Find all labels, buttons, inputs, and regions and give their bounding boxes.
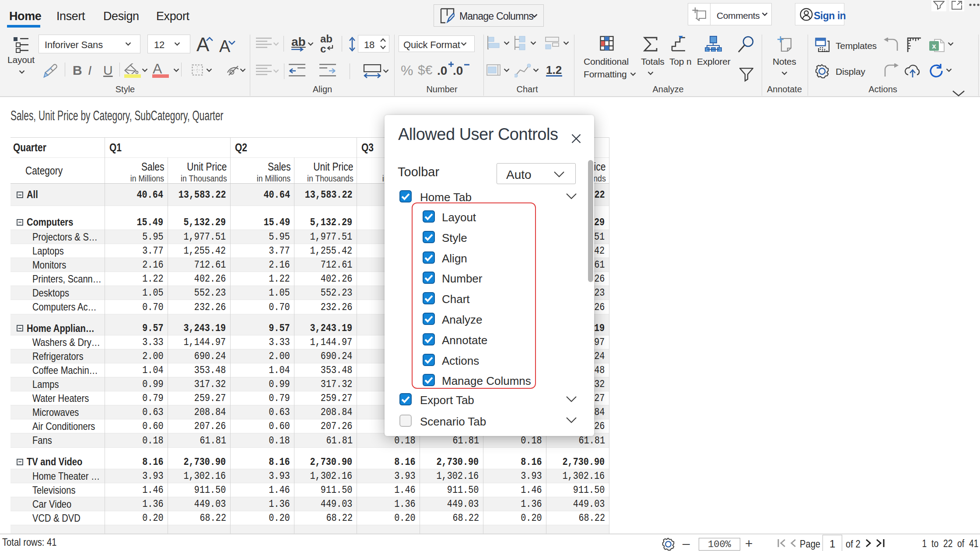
svg-text:x: x <box>932 42 936 50</box>
